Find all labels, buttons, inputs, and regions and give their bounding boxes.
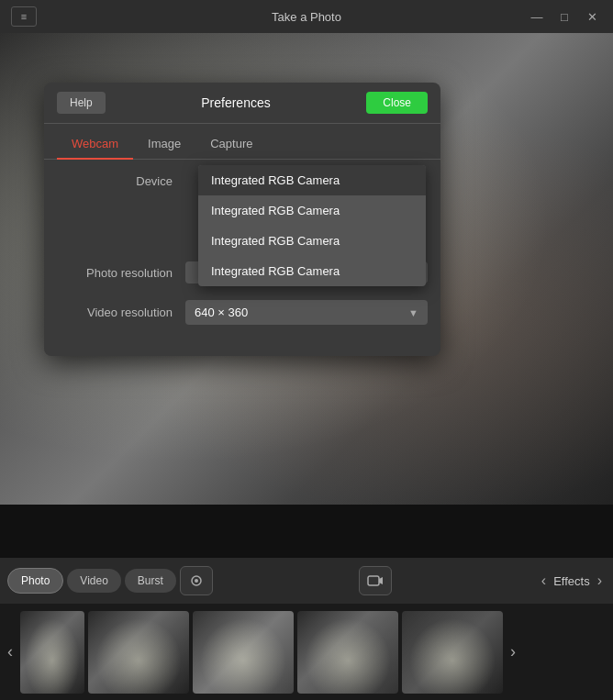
dialog-close-button[interactable]: Close <box>366 92 428 114</box>
device-label: Device <box>57 174 185 188</box>
dialog-tabs: Webcam Image Capture <box>44 124 440 160</box>
video-resolution-dropdown[interactable]: 640 × 360 ▼ <box>185 300 428 325</box>
svg-rect-2 <box>368 576 379 585</box>
tab-capture[interactable]: Capture <box>195 131 267 160</box>
video-resolution-label: Video resolution <box>57 306 185 319</box>
video-resolution-row: Video resolution 640 × 360 ▼ <box>57 300 428 325</box>
dialog-content: Device Integrated RGB Camera Integrated … <box>44 160 440 356</box>
tab-webcam[interactable]: Webcam <box>57 131 133 160</box>
thumbnail-image-2 <box>88 611 189 694</box>
thumbnails-next-button[interactable]: › <box>507 642 519 661</box>
thumbnail-2[interactable] <box>88 611 189 694</box>
effects-next-button[interactable]: › <box>594 572 606 589</box>
chevron-down-icon-2: ▼ <box>408 307 418 318</box>
maximize-button[interactable]: □ <box>554 6 574 27</box>
tab-image[interactable]: Image <box>133 131 195 160</box>
help-button[interactable]: Help <box>57 92 106 114</box>
photo-mode-button[interactable]: Photo <box>7 568 63 594</box>
svg-point-1 <box>195 579 198 583</box>
device-row: Device Integrated RGB Camera Integrated … <box>57 174 428 188</box>
close-button[interactable]: ✕ <box>582 6 602 27</box>
video-icon-button[interactable] <box>359 566 392 595</box>
window-title: Take a Photo <box>272 10 341 24</box>
camera-view: Help Preferences Close Webcam Image Capt… <box>0 33 613 505</box>
black-strip <box>0 505 613 558</box>
thumbnails-row: ‹ › <box>0 604 613 700</box>
thumbnail-3[interactable] <box>193 611 294 694</box>
menu-button[interactable]: ≡ <box>11 6 37 27</box>
thumbnail-image-5 <box>402 611 503 694</box>
bottom-controls: Photo Video Burst ‹ Effects › <box>0 558 613 604</box>
dialog-header: Help Preferences Close <box>44 83 440 124</box>
thumbnails-prev-button[interactable]: ‹ <box>4 642 17 661</box>
effects-prev-button[interactable]: ‹ <box>538 572 550 589</box>
camera-settings-button[interactable] <box>180 566 213 595</box>
effects-label: Effects <box>553 574 590 588</box>
dialog-title: Preferences <box>201 95 270 110</box>
window-controls: — □ ✕ <box>527 6 602 27</box>
thumbnail-4[interactable] <box>297 611 398 694</box>
dropdown-item-3[interactable]: Integrated RGB Camera <box>198 256 426 286</box>
device-dropdown-menu[interactable]: Integrated RGB Camera Integrated RGB Cam… <box>198 165 426 286</box>
dropdown-item-2[interactable]: Integrated RGB Camera <box>198 226 426 256</box>
title-bar: ≡ Take a Photo — □ ✕ <box>0 0 613 33</box>
preferences-dialog: Help Preferences Close Webcam Image Capt… <box>44 83 440 356</box>
thumbnail-image-3 <box>193 611 294 694</box>
minimize-button[interactable]: — <box>527 6 547 27</box>
video-mode-button[interactable]: Video <box>67 569 120 593</box>
dropdown-item-1[interactable]: Integrated RGB Camera <box>198 195 426 226</box>
thumbnail-image-1 <box>20 611 84 694</box>
thumbnail-image-4 <box>297 611 398 694</box>
photo-resolution-label: Photo resolution <box>57 266 185 280</box>
burst-mode-button[interactable]: Burst <box>125 569 176 593</box>
thumbnail-5[interactable] <box>402 611 503 694</box>
dropdown-item-0[interactable]: Integrated RGB Camera <box>198 165 426 195</box>
thumbnail-1[interactable] <box>20 611 84 694</box>
video-resolution-value: 640 × 360 <box>195 306 248 319</box>
